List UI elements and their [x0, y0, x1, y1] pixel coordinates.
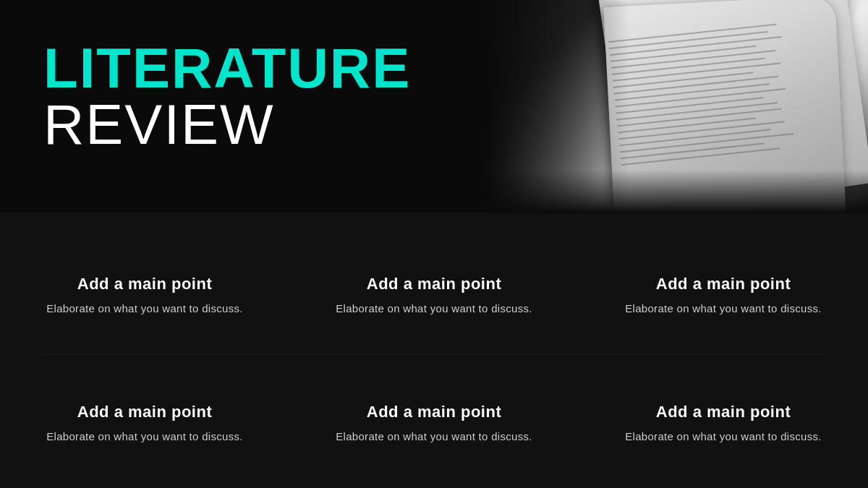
content-card-5: Add a main pointElaborate on what you wa… [289, 360, 579, 489]
book-bottom-overlay [485, 170, 868, 213]
content-card-4: Add a main pointElaborate on what you wa… [0, 360, 289, 489]
card-title-1: Add a main point [77, 275, 212, 294]
card-title-4: Add a main point [77, 403, 212, 421]
card-title-3: Add a main point [656, 275, 791, 294]
header-section: LITERATURE REVIEW [0, 0, 868, 213]
title-literature: LITERATURE [43, 40, 411, 96]
card-body-4: Elaborate on what you want to discuss. [46, 429, 243, 445]
content-card-6: Add a main pointElaborate on what you wa… [579, 360, 868, 489]
content-card-2: Add a main pointElaborate on what you wa… [289, 231, 579, 360]
content-grid: Add a main pointElaborate on what you wa… [0, 231, 868, 488]
card-body-6: Elaborate on what you want to discuss. [625, 429, 822, 445]
slide: LITERATURE REVIEW Add a main pointElabor… [0, 0, 868, 488]
row-divider [43, 354, 825, 355]
title-review: REVIEW [43, 96, 411, 153]
card-body-2: Elaborate on what you want to discuss. [336, 301, 532, 317]
card-title-6: Add a main point [656, 403, 791, 421]
content-card-3: Add a main pointElaborate on what you wa… [579, 231, 868, 360]
card-body-3: Elaborate on what you want to discuss. [625, 301, 822, 317]
card-body-5: Elaborate on what you want to discuss. [336, 429, 532, 445]
content-card-1: Add a main pointElaborate on what you wa… [0, 231, 289, 360]
card-body-1: Elaborate on what you want to discuss. [46, 301, 243, 317]
card-title-2: Add a main point [367, 275, 501, 294]
book-image [485, 0, 868, 213]
card-title-5: Add a main point [367, 403, 501, 421]
title-container: LITERATURE REVIEW [43, 40, 411, 153]
